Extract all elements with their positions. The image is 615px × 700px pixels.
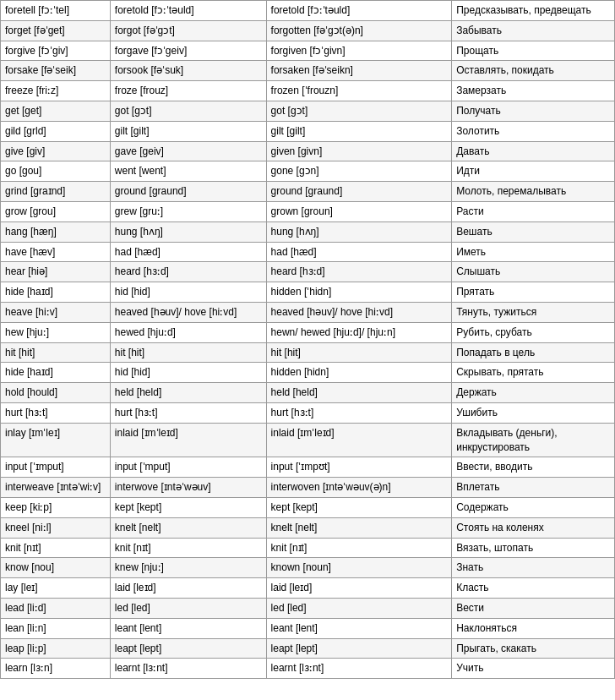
translation: Вешать [452, 221, 615, 242]
base-form: forsake [fəˈseik] [1, 61, 111, 81]
past-participle-form: heard [hɜːd] [266, 262, 452, 282]
base-form: hide [haɪd] [1, 363, 111, 383]
past-participle-form: got [gɔt] [266, 101, 452, 121]
past-participle-form: input [ˈɪmpʊt] [266, 457, 452, 478]
base-form: go [gou] [1, 161, 111, 182]
table-row: get [get]got [gɔt]got [gɔt]Получать [1, 101, 615, 121]
past-participle-form: heaved [həuv]/ hove [hiːvd] [266, 302, 452, 322]
translation: Прятать [452, 282, 615, 303]
table-row: hide [haɪd]hid [hid]hidden [ˈhidn]Прятат… [1, 282, 615, 303]
table-row: grow [grou]grew [gruː]grown [groun]Расти [1, 201, 615, 221]
table-row: leap [liːp]leapt [lept]leapt [lept]Прыга… [1, 638, 615, 659]
past-participle-form: hidden [hidn] [266, 363, 452, 383]
table-row: lead [liːd]led [led]led [led]Вести [1, 598, 615, 618]
past-form: heaved [həuv]/ hove [hiːvd] [110, 302, 266, 322]
base-form: forget [fəˈget] [1, 20, 111, 41]
translation: Наклоняться [452, 618, 615, 638]
past-participle-form: known [noun] [266, 558, 452, 578]
base-form: heave [hiːv] [1, 302, 111, 322]
translation: Держать [452, 383, 615, 403]
translation: Молоть, перемалывать [452, 182, 615, 202]
past-participle-form: hung [hʌŋ] [266, 221, 452, 242]
translation: Иметь [452, 242, 615, 262]
base-form: hide [haɪd] [1, 282, 111, 303]
table-row: inlay [ɪmˈleɪ]inlaid [ɪmˈleɪd]inlaid [ɪm… [1, 423, 615, 457]
translation: Идти [452, 161, 615, 182]
table-row: learn [lɜːn]learnt [lɜːnt]learnt [lɜːnt]… [1, 659, 615, 679]
past-participle-form: led [led] [266, 598, 452, 618]
base-form: hold [hould] [1, 383, 111, 403]
translation: Прыгать, скакать [452, 638, 615, 659]
past-form: had [hæd] [110, 242, 266, 262]
table-row: knit [nɪt]knit [nɪt]knit [nɪt]Вязать, шт… [1, 538, 615, 558]
translation: Стоять на коленях [452, 517, 615, 538]
table-row: know [nou]knew [njuː]known [noun]Знать [1, 558, 615, 578]
past-participle-form: inlaid [ɪmˈleɪd] [266, 423, 452, 457]
past-participle-form: forsaken [fəˈseikn] [266, 61, 452, 81]
past-form: learnt [lɜːnt] [110, 659, 266, 679]
table-row: kneel [niːl]knelt [nelt]knelt [nelt]Стоя… [1, 517, 615, 538]
translation: Получать [452, 101, 615, 121]
past-participle-form: foretold [fɔːˈtəuld] [266, 1, 452, 21]
past-participle-form: ground [graund] [266, 182, 452, 202]
base-form: hang [hæŋ] [1, 221, 111, 242]
translation: Замерзать [452, 81, 615, 101]
translation: Класть [452, 578, 615, 599]
base-form: lay [leɪ] [1, 578, 111, 599]
translation: Оставлять, покидать [452, 61, 615, 81]
table-row: hide [haɪd]hid [hid]hidden [hidn]Скрыват… [1, 363, 615, 383]
base-form: hit [hit] [1, 342, 111, 363]
past-participle-form: laid [leɪd] [266, 578, 452, 599]
past-form: hurt [hɜːt] [110, 402, 266, 423]
base-form: keep [kiːp] [1, 497, 111, 517]
base-form: give [giv] [1, 141, 111, 161]
past-participle-form: frozen [ˈfrouzn] [266, 81, 452, 101]
past-participle-form: knit [nɪt] [266, 538, 452, 558]
table-row: interweave [ɪntəˈwiːv]interwove [ɪntəˈwə… [1, 478, 615, 498]
past-form: froze [frouz] [110, 81, 266, 101]
past-form: leapt [lept] [110, 638, 266, 659]
translation: Попадать в цель [452, 342, 615, 363]
table-row: hear [hiə]heard [hɜːd]heard [hɜːd]Слышат… [1, 262, 615, 282]
base-form: interweave [ɪntəˈwiːv] [1, 478, 111, 498]
base-form: forgive [fɔˈgiv] [1, 41, 111, 61]
past-form: leant [lent] [110, 618, 266, 638]
past-form: hid [hid] [110, 363, 266, 383]
base-form: lean [liːn] [1, 618, 111, 638]
past-form: forsook [fəˈsuk] [110, 61, 266, 81]
table-row: hold [hould]held [held]held [held]Держат… [1, 383, 615, 403]
translation: Золотить [452, 121, 615, 141]
translation: Вплетать [452, 478, 615, 498]
past-form: ground [graund] [110, 182, 266, 202]
translation: Вязать, штопать [452, 538, 615, 558]
past-participle-form: interwoven [ɪntəˈwəuv(ə)n] [266, 478, 452, 498]
translation: Знать [452, 558, 615, 578]
translation: Вкладывать (деньги), инкрустировать [452, 423, 615, 457]
translation: Учить [452, 659, 615, 679]
past-form: laid [leɪd] [110, 578, 266, 599]
base-form: know [nou] [1, 558, 111, 578]
base-form: grow [grou] [1, 201, 111, 221]
base-form: foretell [fɔːˈtel] [1, 1, 111, 21]
table-row: forget [fəˈget]forgot [fəˈgɔt]forgotten … [1, 20, 615, 41]
past-form: held [held] [110, 383, 266, 403]
translation: Содержать [452, 497, 615, 517]
past-form: hid [hid] [110, 282, 266, 303]
table-row: forgive [fɔˈgiv]forgave [fɔˈgeiv]forgive… [1, 41, 615, 61]
past-form: led [led] [110, 598, 266, 618]
past-form: forgot [fəˈgɔt] [110, 20, 266, 41]
table-row: hew [hjuː]hewed [hjuːd]hewn/ hewed [hjuː… [1, 322, 615, 342]
translation: Вести [452, 598, 615, 618]
past-form: heard [hɜːd] [110, 262, 266, 282]
translation: Рубить, срубать [452, 322, 615, 342]
past-participle-form: gilt [gilt] [266, 121, 452, 141]
table-row: gild [grld]gilt [gilt]gilt [gilt]Золотит… [1, 121, 615, 141]
past-participle-form: forgotten [fəˈgɔt(ə)n] [266, 20, 452, 41]
table-row: lay [leɪ]laid [leɪd]laid [leɪd]Класть [1, 578, 615, 599]
past-form: hit [hit] [110, 342, 266, 363]
translation: Скрывать, прятать [452, 363, 615, 383]
table-row: keep [kiːp]kept [kept]kept [kept]Содержа… [1, 497, 615, 517]
base-form: knit [nɪt] [1, 538, 111, 558]
table-row: hit [hit]hit [hit]hit [hit]Попадать в це… [1, 342, 615, 363]
past-form: gilt [gilt] [110, 121, 266, 141]
